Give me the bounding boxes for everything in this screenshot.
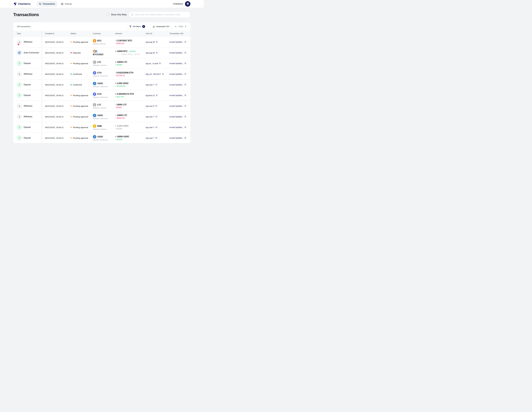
copy-uid-button[interactable] <box>184 41 186 43</box>
deposit-icon <box>17 93 22 98</box>
copy-user-id-button[interactable] <box>156 52 158 54</box>
transaction-uid: 0×04e7a0005c.. <box>169 137 183 139</box>
table-row[interactable]: Withdraw06/22/2025, 19:40:22ConfirmedETH… <box>13 68 190 79</box>
currency-cell: ◆BNBNetwork: Binance <box>93 122 115 133</box>
nav-transactions-label: Transactions <box>43 3 55 5</box>
amount-cell: + 3,000 USDC+ $3,000.00 <box>115 79 146 90</box>
table-header: Type Created At Status Currency Amount U… <box>13 30 190 37</box>
page-indicator: 1/500 <box>178 25 183 28</box>
table-row[interactable]: Deposit06/22/2025, 19:40:22Confirmed$USD… <box>13 79 190 90</box>
created-at-cell: 06/22/2025, 19:40:22 <box>42 101 71 111</box>
copy-uid-button[interactable] <box>184 126 186 128</box>
status-label: Rejected <box>73 52 81 54</box>
status-cell: Pending approval <box>71 111 93 122</box>
user-id: stg-user-7 <box>146 137 154 139</box>
show-only-risky-toggle[interactable]: Show Only Risky <box>107 13 127 16</box>
copy-uid-button[interactable] <box>184 73 186 75</box>
search-input[interactable] <box>129 11 190 18</box>
copy-uid-button[interactable] <box>184 52 186 54</box>
copy-uid-button[interactable] <box>184 137 186 139</box>
copy-user-id-button[interactable] <box>156 41 158 43</box>
copy-uid-button[interactable] <box>184 62 186 64</box>
nav-transactions[interactable]: Transactions <box>36 1 58 7</box>
ltc-icon: Ł <box>93 103 96 106</box>
currency-cell: $USDCNetwork: Ethereum <box>93 111 115 122</box>
brand[interactable]: Chainberry <box>13 2 30 6</box>
col-currency: Currency <box>93 32 115 35</box>
risky-checkbox[interactable] <box>107 13 109 16</box>
conversion-icon <box>17 50 22 55</box>
user-id-cell: stg-au...0-usdt <box>146 58 169 68</box>
status-cell: Pending approval <box>71 58 93 68</box>
copy-uid-button[interactable] <box>184 115 186 118</box>
search-box <box>129 11 190 18</box>
usdc-icon: $ <box>93 114 96 117</box>
conversion-fiat: + $1000 <box>133 53 140 55</box>
currency-symbol: ETH <box>97 72 101 74</box>
transaction-uid-cell: 0×04e7a0005c.. <box>169 133 190 143</box>
created-at: 06/22/2025, 19:40:22 <box>45 115 64 118</box>
copy-user-id-button[interactable] <box>155 84 157 86</box>
copy-user-id-button[interactable] <box>155 115 157 118</box>
transaction-uid: 0×04e7a0005c.. <box>169 94 183 96</box>
copy-user-id-button[interactable] <box>159 62 161 64</box>
currency-cell: ŁLTCNetwork: Litecoin <box>93 58 115 68</box>
bnb-icon: ◆ <box>93 125 96 128</box>
amount-cell: + 10000 BTC+ $1000→+ 10000 USDC+ $1000 <box>115 48 146 58</box>
user-id-cell: stg-user-7 <box>146 122 169 133</box>
download-csv-label: Download CSV <box>156 25 170 28</box>
type-cell: Withdraw <box>13 69 42 79</box>
copy-uid-button[interactable] <box>184 105 186 107</box>
page-title: Transactions <box>13 12 39 17</box>
user-id: stg-aug-20 <box>146 41 155 43</box>
network-label: Network: Ethereum <box>93 117 108 119</box>
table-row[interactable]: Deposit06/22/2025, 19:40:22Pending appro… <box>13 133 190 143</box>
all-filters-button[interactable]: All Filters 1 <box>127 23 148 29</box>
copy-user-id-button[interactable] <box>156 94 158 96</box>
usdc-icon: $ <box>93 82 96 85</box>
status-dot <box>71 137 72 139</box>
transaction-uid-cell: 0×04e7a0005c.. <box>169 101 190 111</box>
amount-crypto: - 0.632222646 ETH <box>115 72 133 74</box>
copy-user-id-button[interactable] <box>162 73 164 75</box>
copy-uid-button[interactable] <box>184 94 186 96</box>
btc-icon: B <box>93 39 96 42</box>
status-label: Pending approval <box>73 126 88 128</box>
prev-page-button[interactable] <box>174 25 177 28</box>
status-dot <box>71 116 72 117</box>
btc-usdc-pair-icon: B$ <box>93 50 98 53</box>
table-row[interactable]: Withdraw06/22/2025, 19:40:22Pending appr… <box>13 37 190 47</box>
table-row[interactable]: Deposit06/22/2025, 19:40:22Pending appro… <box>13 90 190 101</box>
status-dot <box>71 127 72 128</box>
user-id-cell: stg-user-5 <box>146 101 169 111</box>
col-transaction-uid: Transaction UID <box>169 32 190 35</box>
table-row[interactable]: Deposit06/22/2025, 19:40:22Pending appro… <box>13 122 190 133</box>
download-csv-button[interactable]: Download CSV <box>150 23 172 29</box>
deposit-icon <box>17 135 22 141</box>
created-at: 06/22/2025, 19:40:22 <box>45 94 64 96</box>
amount-crypto: + 3,000 USDC <box>115 125 129 127</box>
user-id: stg-user-5 <box>146 105 154 107</box>
next-page-button[interactable] <box>184 25 187 28</box>
table-row[interactable]: Auto-Conversion06/22/2025, 19:40:22Rejec… <box>13 47 190 58</box>
user-id: stg-au...0-usdt <box>146 62 158 65</box>
chainberry-logo-icon <box>13 2 17 6</box>
user-id: stg-aug-20 <box>146 52 155 54</box>
all-filters-label: All Filters <box>133 25 141 28</box>
copy-uid-button[interactable] <box>184 84 186 86</box>
type-label: Deposit <box>24 84 31 86</box>
gear-icon <box>61 3 64 5</box>
amount-fiat: + $3,000.00 <box>115 85 125 87</box>
nav-settings[interactable]: Settings <box>60 3 73 5</box>
copy-user-id-button[interactable] <box>155 126 157 128</box>
eth-icon <box>93 93 96 96</box>
avatar[interactable] <box>185 1 190 7</box>
status-dot <box>71 105 72 107</box>
table-row[interactable]: Withdraw06/22/2025, 19:40:22Pending appr… <box>13 101 190 111</box>
amount-crypto: + 10000 USDC <box>115 135 129 138</box>
copy-user-id-button[interactable] <box>155 137 157 139</box>
user-id-cell: stg-user-7 <box>146 133 169 143</box>
table-row[interactable]: Deposit06/22/2025, 19:40:22Pending appro… <box>13 58 190 68</box>
table-row[interactable]: Withdraw06/22/2025, 19:40:22Pending appr… <box>13 111 190 122</box>
copy-user-id-button[interactable] <box>155 105 157 107</box>
